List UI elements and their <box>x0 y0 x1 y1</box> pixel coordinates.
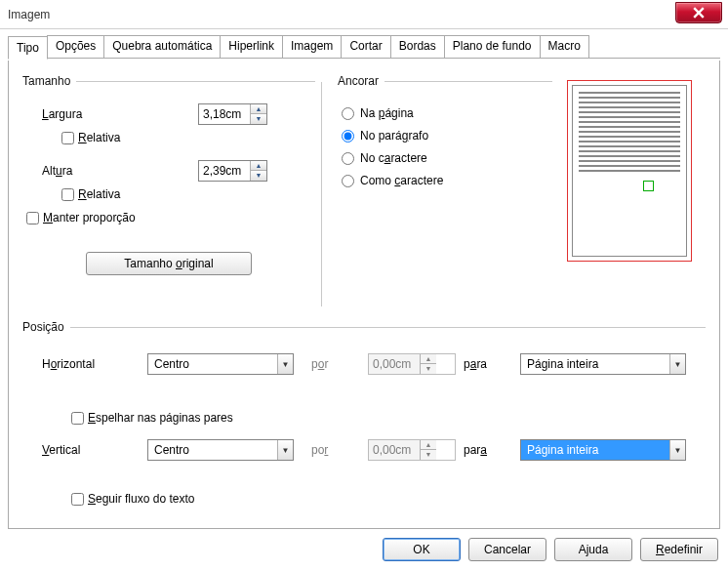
width-spinner[interactable]: ▲▼ <box>198 103 267 125</box>
anchor-as-character[interactable]: Como caractere <box>338 174 552 187</box>
v-by-spinner: ▲▼ <box>368 439 456 461</box>
vertical-divider <box>321 82 322 306</box>
keep-ratio-check[interactable]: Manter proporção <box>26 211 136 224</box>
position-group: Posição Horizontal ▼ por ▲▼ para ▼ <box>22 320 706 506</box>
width-label: Largura <box>42 107 198 121</box>
width-relative-check[interactable]: Relativa <box>61 131 120 144</box>
dialog-buttons: OK Cancelar Ajuda Redefinir <box>383 538 718 561</box>
v-to-select[interactable]: ▼ <box>520 439 686 461</box>
height-input[interactable] <box>199 161 250 181</box>
position-legend: Posição <box>22 320 70 334</box>
v-to-value[interactable] <box>521 441 669 459</box>
h-to-select[interactable]: ▼ <box>520 353 686 375</box>
width-up[interactable]: ▲ <box>251 104 266 114</box>
tab-imagem[interactable]: Imagem <box>282 35 342 58</box>
h-by-spinner: ▲▼ <box>368 353 456 375</box>
width-down[interactable]: ▼ <box>251 114 266 124</box>
tab-hiperlink[interactable]: Hiperlink <box>220 35 283 58</box>
size-legend: Tamanho <box>22 74 76 88</box>
height-relative-label: Relativa <box>78 187 120 201</box>
horizontal-label: Horizontal <box>42 357 140 371</box>
close-button[interactable] <box>675 2 722 23</box>
height-relative-check[interactable]: Relativa <box>61 187 120 201</box>
follow-text-check[interactable]: Seguir fluxo do texto <box>42 492 696 506</box>
reset-button[interactable]: Redefinir <box>640 538 718 561</box>
tab-cortar[interactable]: Cortar <box>341 35 390 58</box>
anchor-paragraph[interactable]: No parágrafo <box>338 129 552 143</box>
follow-text-label: Seguir fluxo do texto <box>88 492 194 506</box>
mirror-check[interactable]: Espelhar nas páginas pares <box>42 411 696 425</box>
h-to-label: para <box>464 357 512 371</box>
anchor-group: Ancorar Na página No parágrafo No caract… <box>338 74 552 196</box>
size-group: Tamanho Largura ▲▼ Relativa <box>22 74 315 281</box>
tab-bordas[interactable]: Bordas <box>390 35 445 58</box>
mirror-label: Espelhar nas páginas pares <box>88 411 233 425</box>
h-by-input <box>369 354 420 374</box>
tab-bar: Tipo Opções Quebra automática Hiperlink … <box>8 35 720 59</box>
anchor-page[interactable]: Na página <box>338 106 552 120</box>
h-by-label: por <box>311 357 360 371</box>
ok-button[interactable]: OK <box>383 538 461 561</box>
height-up[interactable]: ▲ <box>251 161 266 171</box>
window-title: Imagem <box>8 8 50 21</box>
chevron-down-icon[interactable]: ▼ <box>669 354 685 374</box>
v-by-label: por <box>311 443 360 457</box>
preview-pane <box>567 80 692 262</box>
vertical-value[interactable] <box>148 441 277 459</box>
chevron-down-icon[interactable]: ▼ <box>277 354 293 374</box>
horizontal-value[interactable] <box>148 355 277 373</box>
height-label: Altura <box>42 164 198 178</box>
width-input[interactable] <box>199 104 250 124</box>
h-to-value[interactable] <box>521 355 669 373</box>
v-by-input <box>369 440 420 460</box>
height-down[interactable]: ▼ <box>251 171 266 181</box>
vertical-label: Vertical <box>42 443 140 457</box>
height-spinner[interactable]: ▲▼ <box>198 160 267 182</box>
keep-ratio-label: Manter proporção <box>43 211 136 224</box>
tab-quebra[interactable]: Quebra automática <box>103 35 221 58</box>
anchor-character[interactable]: No caractere <box>338 151 552 165</box>
original-size-button[interactable]: Tamanho original <box>86 252 252 275</box>
cancel-button[interactable]: Cancelar <box>468 538 546 561</box>
help-button[interactable]: Ajuda <box>554 538 632 561</box>
close-icon <box>693 7 705 19</box>
width-relative-label: Relativa <box>78 131 120 144</box>
horizontal-select[interactable]: ▼ <box>147 353 294 375</box>
chevron-down-icon[interactable]: ▼ <box>277 440 293 460</box>
tab-fundo[interactable]: Plano de fundo <box>444 35 541 58</box>
tab-opcoes[interactable]: Opções <box>47 35 104 58</box>
anchor-legend: Ancorar <box>338 74 384 88</box>
preview-anchor-marker <box>643 181 654 191</box>
vertical-select[interactable]: ▼ <box>147 439 294 461</box>
chevron-down-icon[interactable]: ▼ <box>669 440 685 460</box>
v-to-label: para <box>464 443 512 457</box>
tab-macro[interactable]: Macro <box>540 35 589 58</box>
tab-tipo[interactable]: Tipo <box>8 36 48 60</box>
